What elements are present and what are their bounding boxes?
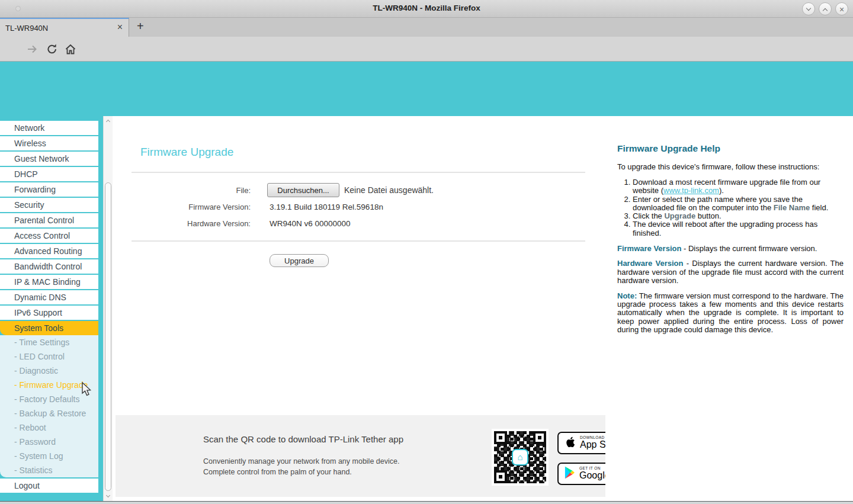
window-close-button[interactable]: × — [835, 2, 848, 15]
sidebar-subitem[interactable]: - Backup & Restore — [0, 406, 98, 420]
sidebar-subitem[interactable]: - Time Settings — [0, 335, 98, 349]
sidebar-item[interactable]: Guest Network — [0, 152, 98, 166]
google-play-badge[interactable]: GET IT ON Google Play — [557, 463, 605, 485]
help-steps: Download a most recent firmware upgrade … — [617, 178, 844, 237]
sidebar-item[interactable]: IPv6 Support — [0, 306, 98, 320]
sidebar-item[interactable]: Security — [0, 198, 98, 212]
home-button[interactable] — [65, 43, 76, 55]
sidebar-item-logout[interactable]: Logout — [0, 479, 98, 493]
help-panel: Firmware Upgrade Help To upgrade this de… — [605, 116, 853, 501]
reload-button[interactable] — [46, 43, 58, 55]
help-step: Download a most recent firmware upgrade … — [633, 178, 844, 195]
router-header: tp-link 450M Wireless N Router Model No.… — [0, 62, 853, 116]
sidebar-item[interactable]: Forwarding — [0, 182, 98, 197]
sidebar-item[interactable]: Wireless — [0, 136, 98, 150]
scrollbar-thumb[interactable] — [105, 182, 111, 491]
hardware-version-value: WR940N v6 00000000 — [270, 219, 351, 228]
sidebar-subitem[interactable]: - Firmware Upgrade — [0, 378, 98, 392]
no-file-text: Keine Datei ausgewählt. — [344, 185, 434, 195]
window-maximize-button[interactable] — [819, 2, 832, 15]
window-title: TL-WR940N - Mozilla Firefox — [0, 4, 853, 12]
divider — [132, 172, 585, 173]
sidebar-item[interactable]: System Tools — [0, 321, 98, 335]
sidebar-item[interactable]: Parental Control — [0, 213, 98, 227]
sidebar-subitem[interactable]: - System Log — [0, 449, 98, 463]
tab-title: TL-WR940N — [5, 24, 48, 33]
help-paragraph: Firmware Version - Displays the current … — [617, 245, 844, 253]
page-title: Firmware Upgrade — [140, 146, 233, 159]
upgrade-button[interactable]: Upgrade — [270, 254, 329, 267]
new-tab-button[interactable]: + — [137, 20, 144, 33]
main-content: Firmware Upgrade File: Durchsuchen... Ke… — [113, 116, 605, 501]
sidebar-subitem[interactable]: - Password — [0, 435, 98, 449]
sidebar-subitem[interactable]: - LED Control — [0, 349, 98, 364]
firmware-version-label: Firmware Version: — [113, 203, 251, 211]
help-paragraph: Note: The firmware version must correspo… — [617, 292, 844, 334]
firmware-form: File: Durchsuchen... Keine Datei ausgewä… — [113, 182, 527, 232]
help-paragraphs: Firmware Version - Displays the current … — [617, 245, 844, 335]
help-intro: To upgrade this device's firmware, follo… — [617, 162, 844, 171]
window-minimize-button[interactable] — [802, 2, 815, 15]
app-store-badge[interactable]: DOWNLOAD ON THE App Store — [557, 432, 605, 454]
sidebar-item[interactable]: IP & MAC Binding — [0, 275, 98, 289]
firmware-version-value: 3.19.1 Build 180119 Rel.59618n — [270, 203, 383, 211]
sidebar-main-items: Network Wireless Guest Network DHCP Forw… — [0, 116, 103, 335]
divider — [132, 240, 585, 242]
sidebar-subitem[interactable]: - Diagnostic — [0, 364, 98, 378]
help-title: Firmware Upgrade Help — [617, 143, 844, 154]
badge-big-text: Google Play — [579, 471, 605, 481]
footer-headline: Scan the QR code to download TP-Link Tet… — [203, 434, 403, 444]
sidebar-item[interactable]: Network — [0, 121, 98, 135]
window-bottom-edge — [0, 501, 853, 504]
sidebar-item[interactable]: Access Control — [0, 229, 98, 243]
sidebar-item[interactable]: DHCP — [0, 167, 98, 181]
qr-house-icon: ⌂ — [512, 449, 528, 466]
tab-strip: TL-WR940N × + — [0, 18, 853, 37]
sidebar-item[interactable]: Dynamic DNS — [0, 290, 98, 304]
sidebar-menu: Network Wireless Guest Network DHCP Forw… — [0, 116, 103, 501]
sidebar-item[interactable]: Advanced Routing — [0, 244, 98, 258]
scroll-down-button[interactable] — [104, 491, 113, 501]
sidebar-sub-items: - Time Settings - LED Control - Diagnost… — [0, 335, 98, 477]
hardware-version-label: Hardware Version: — [113, 219, 251, 228]
sidebar-subitem[interactable]: - Statistics — [0, 463, 98, 477]
tether-footer: Scan the QR code to download TP-Link Tet… — [116, 415, 605, 497]
google-play-icon — [564, 466, 575, 481]
sidebar-scrollbar[interactable] — [103, 116, 113, 501]
window-titlebar: TL-WR940N - Mozilla Firefox × — [0, 0, 853, 18]
tp-link-website-link[interactable]: www.tp-link.com — [663, 186, 719, 195]
file-label: File: — [113, 186, 251, 195]
sidebar-subitem[interactable]: - Reboot — [0, 420, 98, 435]
chevron-up-icon — [823, 8, 828, 13]
chevron-down-icon — [806, 6, 811, 11]
forward-button[interactable] — [26, 43, 38, 55]
sidebar-subitem[interactable]: - Factory Defaults — [0, 392, 98, 406]
help-step: Click the Upgrade button. — [633, 212, 844, 220]
footer-line2: Complete control from the palm of your h… — [203, 468, 352, 476]
apple-icon — [564, 435, 576, 451]
help-step: Enter or select the path name where you … — [633, 195, 844, 213]
close-icon: × — [836, 4, 848, 15]
sidebar-item[interactable]: Bandwidth Control — [0, 259, 98, 274]
navigation-toolbar: i 192.168.0.1/JLSQVVVBKTKQNCPC/userRpm/I… — [0, 37, 853, 62]
firmware-version-row: Firmware Version: 3.19.1 Build 180119 Re… — [113, 198, 527, 215]
footer-line1: Conveniently manage your network from an… — [203, 457, 399, 466]
firefox-window: TL-WR940N - Mozilla Firefox × TL-WR940N … — [0, 0, 853, 504]
browse-button[interactable]: Durchsuchen... — [267, 183, 339, 197]
file-row: File: Durchsuchen... Keine Datei ausgewä… — [113, 182, 527, 198]
qr-code: ⌂ — [492, 429, 549, 486]
badge-big-text: App Store — [580, 440, 605, 450]
help-step: The device will reboot after the upgradi… — [633, 220, 844, 237]
scroll-up-button[interactable] — [104, 116, 113, 126]
hardware-version-row: Hardware Version: WR940N v6 00000000 — [113, 215, 527, 232]
help-paragraph: Hardware Version - Displays the current … — [617, 259, 844, 285]
browser-tab[interactable]: TL-WR940N × — [0, 18, 129, 37]
tab-close-icon[interactable]: × — [117, 22, 123, 33]
